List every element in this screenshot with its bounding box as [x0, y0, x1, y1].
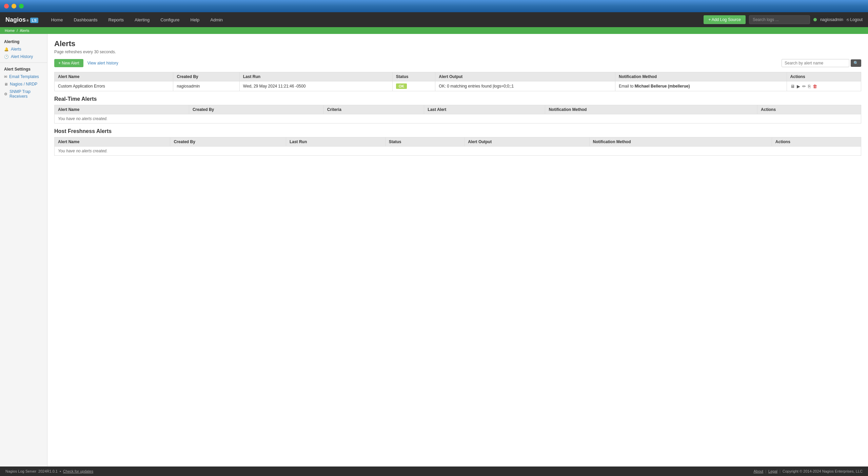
- col-created-by: Created By: [173, 72, 239, 81]
- sidebar: Alerting 🔔 Alerts 🕐 Alert History Alert …: [0, 34, 47, 467]
- actions-cell: 🖥 ▶ ✏ ⎘ 🗑: [787, 81, 861, 91]
- monitor-action-icon[interactable]: 🖥: [790, 84, 795, 89]
- nav-item-home[interactable]: Home: [46, 12, 68, 27]
- nav-item-configure[interactable]: Configure: [156, 12, 184, 27]
- footer-about-link[interactable]: About: [753, 469, 763, 473]
- logo: Nagios® LS: [5, 16, 38, 23]
- bell-icon: 🔔: [4, 47, 9, 52]
- view-history-link[interactable]: View alert history: [87, 61, 118, 65]
- sidebar-item-nagios-nrdp[interactable]: 🖥 Nagios / NRDP: [0, 80, 47, 88]
- minimize-button[interactable]: [12, 4, 16, 8]
- envelope-icon: ✉: [4, 75, 7, 79]
- freshness-table-body: You have no alerts created.: [55, 147, 861, 156]
- action-icons: 🖥 ▶ ✏ ⎘ 🗑: [790, 84, 857, 89]
- sidebar-alerting-title: Alerting: [0, 37, 47, 45]
- edit-action-icon[interactable]: ✏: [802, 84, 806, 89]
- nav-item-alerting[interactable]: Alerting: [130, 12, 154, 27]
- copy-action-icon[interactable]: ⎘: [808, 84, 811, 89]
- alert-name-cell: Custom Application Errors: [55, 81, 173, 91]
- status-badge: OK: [396, 83, 407, 89]
- alerts-table-body: Custom Application Errors nagiosadmin We…: [55, 81, 861, 91]
- sidebar-item-snmp-label: SNMP Trap Receivers: [9, 89, 43, 99]
- nav-item-admin[interactable]: Admin: [205, 12, 228, 27]
- search-alert-input[interactable]: [782, 59, 849, 67]
- sidebar-divider: [0, 62, 47, 63]
- nav-item-dashboards[interactable]: Dashboards: [69, 12, 102, 27]
- notification-method-cell: Email to Michael Bellerue (mbellerue): [615, 81, 787, 91]
- rt-col-last-alert: Last Alert: [424, 105, 545, 114]
- breadcrumb-home[interactable]: Home: [5, 28, 15, 33]
- footer-legal-link[interactable]: Legal: [768, 469, 777, 473]
- realtime-empty-row: You have no alerts created.: [55, 114, 861, 123]
- freshness-table-header: Alert Name Created By Last Run Status Al…: [55, 137, 861, 147]
- play-action-icon[interactable]: ▶: [797, 84, 800, 89]
- search-alert-button[interactable]: 🔍: [851, 59, 861, 67]
- gear-icon: ⚙: [4, 92, 7, 96]
- username-label: nagiosadmin: [820, 17, 843, 22]
- add-log-source-button[interactable]: + Add Log Source: [704, 15, 746, 24]
- status-cell: OK: [392, 81, 435, 91]
- notification-prefix: Email to: [619, 84, 635, 89]
- sidebar-item-alert-history-label: Alert History: [11, 54, 33, 59]
- footer-version: 2024R1.0.1: [38, 469, 58, 473]
- sidebar-item-email-templates[interactable]: ✉ Email Templates: [0, 73, 47, 80]
- footer-pipe1: |: [765, 469, 766, 473]
- table-row: Custom Application Errors nagiosadmin We…: [55, 81, 861, 91]
- alert-output-cell: OK: 0 matching entries found |logs=0;0;;…: [435, 81, 615, 91]
- sidebar-item-alert-history[interactable]: 🕐 Alert History: [0, 53, 47, 60]
- realtime-empty-message: You have no alerts created.: [55, 114, 861, 123]
- close-button[interactable]: [4, 4, 9, 8]
- sidebar-item-snmp-trap[interactable]: ⚙ SNMP Trap Receivers: [0, 88, 47, 100]
- clock-icon: 🕐: [4, 55, 9, 59]
- realtime-table-body: You have no alerts created.: [55, 114, 861, 123]
- footer-app-name: Nagios Log Server: [5, 469, 36, 473]
- sidebar-item-email-label: Email Templates: [9, 74, 39, 79]
- footer-copyright: Copyright © 2014-2024 Nagios Enterprises…: [783, 469, 863, 473]
- logout-button[interactable]: ⎋ Logout: [847, 17, 863, 22]
- footer-right: About | Legal | Copyright © 2014-2024 Na…: [753, 469, 863, 473]
- maximize-button[interactable]: [19, 4, 24, 8]
- delete-action-icon[interactable]: 🗑: [813, 84, 817, 89]
- col-notification-method: Notification Method: [615, 72, 787, 81]
- footer-check-updates-link[interactable]: Check for updates: [63, 469, 93, 473]
- freshness-alerts-table: Alert Name Created By Last Run Status Al…: [54, 137, 861, 156]
- realtime-alerts-table: Alert Name Created By Criteria Last Aler…: [54, 105, 861, 123]
- logo-nagios-text: Nagios: [5, 16, 26, 23]
- footer-separator1: •: [60, 469, 61, 473]
- alerts-table-header: Alert Name Created By Last Run Status Al…: [55, 72, 861, 81]
- hf-col-alert-name: Alert Name: [55, 137, 170, 147]
- freshness-section-title: Host Freshness Alerts: [54, 128, 861, 134]
- hf-col-alert-output: Alert Output: [465, 137, 589, 147]
- hf-col-actions: Actions: [772, 137, 861, 147]
- hf-col-notification: Notification Method: [589, 137, 772, 147]
- last-run-cell: Wed, 29 May 2024 11:21:46 -0500: [239, 81, 392, 91]
- col-last-run: Last Run: [239, 72, 392, 81]
- footer: Nagios Log Server 2024R1.0.1 • Check for…: [0, 467, 868, 476]
- hf-col-status: Status: [385, 137, 464, 147]
- search-logs-input[interactable]: [749, 15, 810, 24]
- realtime-section-title: Real-Time Alerts: [54, 96, 861, 102]
- footer-left: Nagios Log Server 2024R1.0.1 • Check for…: [5, 469, 93, 473]
- col-alert-output: Alert Output: [435, 72, 615, 81]
- monitor-icon: 🖥: [4, 82, 8, 86]
- status-indicator: [813, 18, 817, 21]
- sidebar-settings-title: Alert Settings: [0, 65, 47, 73]
- nav-item-help[interactable]: Help: [186, 12, 204, 27]
- hf-col-created-by: Created By: [170, 137, 286, 147]
- sidebar-item-alerts[interactable]: 🔔 Alerts: [0, 45, 47, 53]
- rt-col-notification: Notification Method: [545, 105, 757, 114]
- new-alert-button[interactable]: + New Alert: [54, 59, 83, 67]
- nav-item-reports[interactable]: Reports: [104, 12, 129, 27]
- breadcrumb: Home / Alerts: [0, 27, 868, 34]
- rt-col-actions: Actions: [757, 105, 861, 114]
- hf-col-last-run: Last Run: [286, 137, 385, 147]
- alerts-table: Alert Name Created By Last Run Status Al…: [54, 72, 861, 91]
- main-layout: Alerting 🔔 Alerts 🕐 Alert History Alert …: [0, 34, 868, 467]
- rt-col-criteria: Criteria: [323, 105, 424, 114]
- col-status: Status: [392, 72, 435, 81]
- search-alert-wrapper: 🔍: [782, 59, 861, 67]
- logo-ls-badge: LS: [30, 18, 38, 23]
- top-navigation: Nagios® LS Home Dashboards Reports Alert…: [0, 12, 868, 27]
- rt-col-created-by: Created By: [189, 105, 323, 114]
- created-by-cell: nagiosadmin: [173, 81, 239, 91]
